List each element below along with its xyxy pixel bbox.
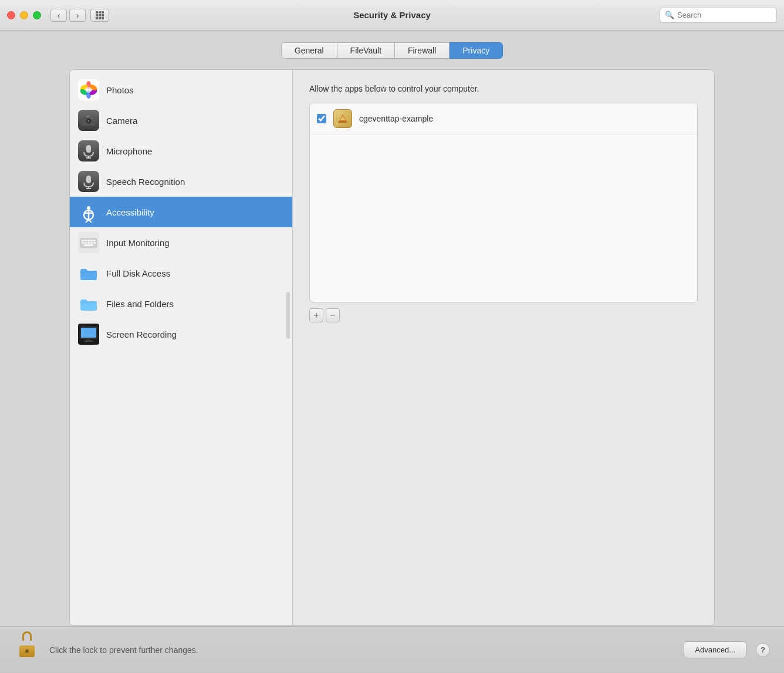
monitor-icon bbox=[78, 324, 99, 345]
close-button[interactable] bbox=[7, 11, 15, 19]
nav-buttons: ‹ › bbox=[50, 9, 86, 22]
bottom-bar: Click the lock to prevent further change… bbox=[0, 626, 784, 673]
titlebar: ‹ › Security & Privacy 🔍 bbox=[0, 0, 784, 31]
sidebar-item-label: Microphone bbox=[106, 146, 152, 156]
svg-rect-14 bbox=[91, 117, 93, 119]
svg-rect-38 bbox=[85, 242, 87, 244]
svg-rect-16 bbox=[86, 145, 91, 153]
svg-rect-32 bbox=[82, 240, 84, 241]
svg-rect-36 bbox=[93, 240, 96, 241]
sidebar-item-input-monitoring[interactable]: Input Monitoring bbox=[70, 227, 292, 258]
traffic-lights bbox=[7, 11, 41, 19]
back-button[interactable]: ‹ bbox=[50, 9, 67, 22]
svg-point-7 bbox=[86, 87, 92, 93]
svg-rect-37 bbox=[82, 242, 84, 244]
sidebar-item-full-disk-access[interactable]: Full Disk Access bbox=[70, 258, 292, 288]
tabs-row: General FileVault Firewall Privacy bbox=[281, 42, 503, 59]
keyboard-icon bbox=[78, 232, 99, 253]
folder-blue-icon bbox=[78, 263, 99, 284]
sidebar-item-microphone[interactable]: Microphone bbox=[70, 136, 292, 166]
svg-rect-33 bbox=[85, 240, 87, 241]
svg-rect-35 bbox=[90, 240, 93, 241]
sidebar: Photos bbox=[70, 70, 293, 625]
svg-point-12 bbox=[88, 120, 90, 122]
add-button[interactable]: + bbox=[309, 308, 323, 322]
svg-point-24 bbox=[87, 206, 90, 210]
minimize-button[interactable] bbox=[20, 11, 28, 19]
grid-button[interactable] bbox=[90, 9, 109, 22]
lock-description: Click the lock to prevent further change… bbox=[49, 645, 674, 655]
sidebar-item-label: Accessibility bbox=[106, 207, 154, 217]
tab-firewall[interactable]: Firewall bbox=[395, 42, 450, 59]
svg-rect-39 bbox=[87, 242, 90, 244]
app-list: cgeventtap-example bbox=[309, 103, 698, 302]
sidebar-item-label: Speech Recognition bbox=[106, 177, 185, 187]
remove-button[interactable]: − bbox=[326, 308, 340, 322]
sidebar-item-label: Full Disk Access bbox=[106, 268, 170, 278]
panel-description: Allow the apps below to control your com… bbox=[309, 84, 698, 93]
tab-filevault[interactable]: FileVault bbox=[337, 42, 395, 59]
svg-rect-42 bbox=[84, 244, 93, 246]
sidebar-scrollbar[interactable] bbox=[286, 292, 290, 339]
sidebar-item-camera[interactable]: Camera bbox=[70, 105, 292, 136]
svg-rect-47 bbox=[84, 341, 93, 342]
right-panel: Allow the apps below to control your com… bbox=[293, 70, 714, 625]
tab-general[interactable]: General bbox=[281, 42, 337, 59]
photos-icon bbox=[78, 79, 99, 100]
svg-rect-13 bbox=[86, 116, 90, 117]
sidebar-item-accessibility[interactable]: Accessibility bbox=[70, 197, 292, 227]
svg-rect-34 bbox=[87, 240, 90, 241]
advanced-button[interactable]: Advanced... bbox=[684, 641, 746, 658]
sidebar-item-label: Camera bbox=[106, 116, 137, 126]
forward-button[interactable]: › bbox=[69, 9, 86, 22]
search-box[interactable]: 🔍 bbox=[660, 8, 777, 23]
microphone-icon bbox=[78, 140, 99, 161]
list-controls: + − bbox=[309, 308, 698, 322]
search-icon: 🔍 bbox=[665, 11, 674, 19]
sidebar-item-photos[interactable]: Photos bbox=[70, 75, 292, 105]
accessibility-icon bbox=[78, 201, 99, 223]
sidebar-item-screen-recording[interactable]: Screen Recording bbox=[70, 319, 292, 349]
svg-rect-20 bbox=[86, 176, 91, 183]
app-icon bbox=[333, 109, 352, 128]
main-container: General FileVault Firewall Privacy bbox=[0, 31, 784, 626]
sidebar-item-label: Files and Folders bbox=[106, 299, 174, 309]
list-item[interactable]: cgeventtap-example bbox=[310, 103, 697, 134]
lock-icon[interactable] bbox=[14, 635, 40, 665]
app-checkbox[interactable] bbox=[317, 114, 326, 123]
window-title: Security & Privacy bbox=[353, 10, 431, 20]
app-name: cgeventtap-example bbox=[359, 114, 433, 123]
maximize-button[interactable] bbox=[33, 11, 41, 19]
tab-privacy[interactable]: Privacy bbox=[450, 42, 503, 59]
camera-icon bbox=[78, 110, 99, 131]
content-panel: Photos bbox=[69, 69, 715, 626]
svg-rect-45 bbox=[81, 328, 96, 338]
sidebar-item-files-and-folders[interactable]: Files and Folders bbox=[70, 288, 292, 319]
svg-rect-40 bbox=[90, 242, 93, 244]
sidebar-item-speech-recognition[interactable]: Speech Recognition bbox=[70, 166, 292, 197]
sidebar-item-label: Photos bbox=[106, 85, 134, 95]
sidebar-item-label: Screen Recording bbox=[106, 329, 177, 339]
help-button[interactable]: ? bbox=[756, 643, 770, 657]
sidebar-item-label: Input Monitoring bbox=[106, 238, 170, 248]
folder-light-icon bbox=[78, 293, 99, 314]
speech-icon bbox=[78, 171, 99, 192]
search-input[interactable] bbox=[677, 11, 772, 19]
svg-rect-41 bbox=[93, 242, 96, 244]
